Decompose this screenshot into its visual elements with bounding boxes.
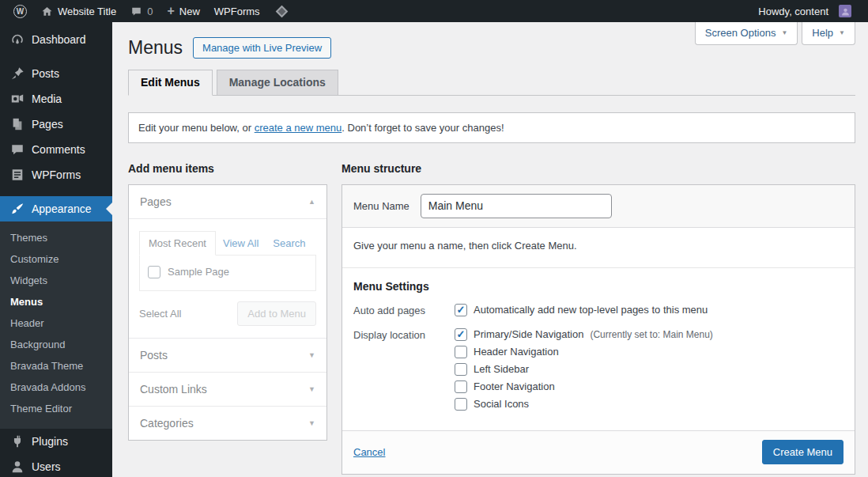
pages-accordion-body: Most Recent View All Search Sample Page … <box>129 218 326 338</box>
posts-accordion-title: Posts <box>140 349 168 362</box>
comment-count: 0 <box>147 6 153 17</box>
create-new-menu-link[interactable]: create a new menu <box>255 122 342 134</box>
screen-options-button[interactable]: Screen Options ▼ <box>695 22 798 45</box>
chevron-up-icon: ▲ <box>308 198 315 206</box>
sidebar-item-posts[interactable]: Posts <box>0 61 112 86</box>
location-option-header: Header Navigation <box>455 346 713 358</box>
add-to-menu-button[interactable]: Add to Menu <box>237 301 316 326</box>
location-option-label: Header Navigation <box>474 346 559 358</box>
site-name-link[interactable]: Website Title <box>34 0 123 22</box>
sidebar-separator <box>0 52 112 61</box>
sidebar-item-media[interactable]: Media <box>0 86 112 112</box>
cancel-link[interactable]: Cancel <box>353 446 385 458</box>
sidebar-item-label: Posts <box>32 67 59 80</box>
screen-options-label: Screen Options <box>705 27 776 39</box>
submenu-item-menus[interactable]: Menus <box>0 291 112 312</box>
auto-add-pages-options: Automatically add new top-level pages to… <box>455 304 708 316</box>
submenu-item-background[interactable]: Background <box>0 334 112 355</box>
display-location-row: Display location Primary/Side Navigation… <box>353 328 843 411</box>
comments-shortcut[interactable]: 0 <box>123 0 160 22</box>
admin-sidebar: Dashboard Posts Media Pages Comments WPF… <box>0 22 112 477</box>
sidebar-item-dashboard[interactable]: Dashboard <box>0 27 112 52</box>
add-menu-items-box: Pages ▲ Most Recent View All Search S <box>128 184 327 441</box>
help-button[interactable]: Help ▼ <box>802 22 855 45</box>
primary-side-navigation-checkbox[interactable] <box>455 328 467 341</box>
pages-icon <box>10 117 25 131</box>
screen-meta: Screen Options ▼ Help ▼ <box>695 22 855 45</box>
pages-accordion-header[interactable]: Pages ▲ <box>129 185 326 218</box>
tab-manage-locations[interactable]: Manage Locations <box>217 70 338 96</box>
nav-tabs: Edit Menus Manage Locations <box>128 70 855 96</box>
menu-structure-heading: Menu structure <box>342 162 855 175</box>
social-icons-checkbox[interactable] <box>455 398 467 411</box>
sidebar-item-label: Pages <box>32 118 63 131</box>
submenu-item-theme-editor[interactable]: Theme Editor <box>0 398 112 419</box>
tab-edit-menus[interactable]: Edit Menus <box>128 70 213 96</box>
submenu-item-bravada-addons[interactable]: Bravada Addons <box>0 377 112 398</box>
sidebar-item-comments[interactable]: Comments <box>0 137 112 162</box>
menu-name-input[interactable] <box>421 194 612 218</box>
user-avatar <box>839 5 851 17</box>
chevron-down-icon: ▼ <box>308 351 315 359</box>
sidebar-item-label: Plugins <box>32 435 68 448</box>
sidebar-item-users[interactable]: Users <box>0 454 112 477</box>
admin-bar-left: W Website Title 0 + New WPForms <box>6 0 293 22</box>
sidebar-item-label: Media <box>32 93 62 105</box>
auto-add-pages-label: Auto add pages <box>353 304 455 316</box>
create-menu-button[interactable]: Create Menu <box>762 440 843 464</box>
chevron-down-icon: ▼ <box>308 419 315 427</box>
plus-icon: + <box>167 5 174 17</box>
tab-view-all[interactable]: View All <box>216 232 266 255</box>
theme-toolbar-button[interactable] <box>267 0 293 22</box>
submenu-item-bravada-theme[interactable]: Bravada Theme <box>0 355 112 377</box>
admin-bar-right: Howdy, content <box>751 0 859 22</box>
sidebar-item-wpforms[interactable]: WPForms <box>0 162 112 187</box>
location-option-left-sidebar: Left Sidebar <box>455 363 713 376</box>
select-all-link[interactable]: Select All <box>139 308 181 320</box>
brush-icon <box>10 202 25 216</box>
location-option-label: Social Icons <box>474 398 529 410</box>
header-navigation-checkbox[interactable] <box>455 346 467 358</box>
auto-add-checkbox[interactable] <box>455 304 467 316</box>
menu-hint-text: Give your menu a name, then click Create… <box>342 228 855 267</box>
sidebar-item-label: Dashboard <box>32 33 86 46</box>
manage-live-preview-button[interactable]: Manage with Live Preview <box>193 37 331 59</box>
plugin-icon <box>10 434 25 449</box>
auto-add-option-label: Automatically add new top-level pages to… <box>474 304 708 316</box>
add-menu-items-heading: Add menu items <box>128 162 327 175</box>
tab-most-recent[interactable]: Most Recent <box>139 231 216 256</box>
posts-accordion-header[interactable]: Posts ▼ <box>129 338 326 372</box>
tab-search[interactable]: Search <box>266 232 312 255</box>
display-location-label: Display location <box>353 328 455 411</box>
new-content-menu[interactable]: + New <box>160 0 206 22</box>
submenu-item-themes[interactable]: Themes <box>0 227 112 248</box>
submenu-item-widgets[interactable]: Widgets <box>0 270 112 291</box>
submenu-item-header[interactable]: Header <box>0 312 112 334</box>
page-title: Menus <box>128 37 183 59</box>
home-icon <box>41 6 53 17</box>
sidebar-item-plugins[interactable]: Plugins <box>0 429 112 454</box>
custom-links-accordion-header[interactable]: Custom Links ▼ <box>129 372 326 406</box>
add-menu-items-box-inner: Pages ▲ Most Recent View All Search S <box>129 185 326 440</box>
display-location-options: Primary/Side Navigation (Currently set t… <box>455 328 713 411</box>
left-sidebar-checkbox[interactable] <box>455 363 467 376</box>
footer-navigation-checkbox[interactable] <box>455 380 467 393</box>
sidebar-item-pages[interactable]: Pages <box>0 112 112 137</box>
custom-links-accordion-title: Custom Links <box>140 383 207 396</box>
wordpress-logo-menu[interactable]: W <box>6 0 34 22</box>
media-icon <box>10 92 25 106</box>
submenu-item-customize[interactable]: Customize <box>0 248 112 270</box>
chevron-down-icon: ▼ <box>781 29 787 36</box>
wpforms-toolbar-menu[interactable]: WPForms <box>207 0 267 22</box>
select-all-row: Select All Add to Menu <box>139 301 316 326</box>
notice-text-before: Edit your menu below, or <box>138 122 255 134</box>
sample-page-checkbox[interactable] <box>148 266 160 278</box>
diamond-icon <box>275 5 288 17</box>
wordpress-logo-icon: W <box>13 5 27 18</box>
categories-accordion-header[interactable]: Categories ▼ <box>129 406 326 440</box>
menu-settings-section: Menu Settings Auto add pages Automatical… <box>342 267 855 430</box>
sidebar-item-label: Comments <box>32 143 85 156</box>
sidebar-item-appearance[interactable]: Appearance <box>0 196 112 221</box>
sidebar-item-label: Users <box>32 460 61 473</box>
account-menu[interactable]: Howdy, content <box>751 0 859 22</box>
